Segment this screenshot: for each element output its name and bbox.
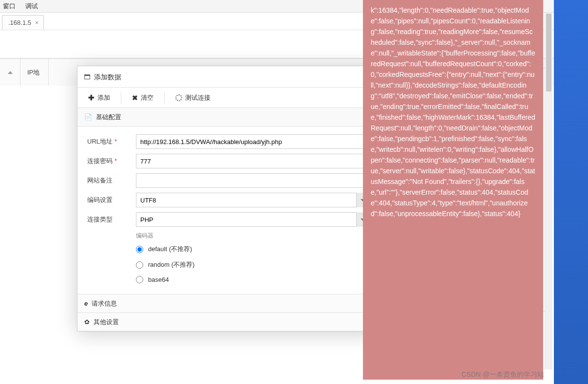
window-icon [84, 74, 90, 79]
encoder-default-radio[interactable] [136, 246, 143, 253]
spinner-icon [175, 94, 182, 101]
password-label: 连接密码* [87, 157, 136, 165]
vertical-scrollbar[interactable] [545, 13, 552, 369]
column-ip[interactable]: IP地 [20, 59, 49, 86]
clear-button[interactable]: ✖ 清空 [127, 91, 158, 104]
other-settings-header[interactable]: ✿ 其他设置 [77, 312, 379, 331]
encoder-base64-label: base64 [148, 276, 169, 283]
clear-label: 清空 [141, 93, 153, 102]
add-button[interactable]: ✚ 添加 [83, 91, 115, 104]
test-connection-button[interactable]: 测试连接 [171, 91, 215, 104]
conn-type-select[interactable] [136, 212, 369, 227]
encoder-default-label: default (不推荐) [148, 245, 192, 254]
basic-config-form: URL地址* 连接密码* 网站备注 编码设置 连接类型 编码器 [77, 127, 379, 294]
sort-indicator[interactable] [0, 59, 20, 86]
url-input[interactable] [136, 134, 369, 149]
test-label: 测试连接 [185, 93, 210, 102]
encoding-select[interactable] [136, 193, 369, 207]
encoder-base64-radio[interactable] [136, 276, 143, 283]
browser-icon: e [84, 294, 88, 313]
basic-config-label: 基础配置 [96, 108, 121, 127]
gear-icon: ✿ [84, 313, 90, 331]
note-label: 网站备注 [87, 176, 136, 185]
encoder-random-row[interactable]: random (不推荐) [136, 260, 369, 269]
other-settings-label: 其他设置 [94, 313, 119, 331]
tab-label: .168.1.5 [8, 16, 31, 30]
conn-type-label: 连接类型 [87, 215, 136, 224]
desktop-edge [554, 0, 588, 384]
menu-debug[interactable]: 调试 [25, 2, 38, 10]
file-icon: 📄 [84, 108, 92, 127]
dialog-title: 添加数据 [94, 66, 121, 88]
password-input[interactable] [136, 154, 369, 168]
encoder-default-row[interactable]: default (不推荐) [136, 245, 369, 254]
menu-window[interactable]: 窗口 [3, 2, 16, 10]
x-icon: ✖ [132, 94, 138, 102]
error-notification[interactable]: k":16384,"length":0,"needReadable":true,… [363, 0, 543, 380]
request-info-label: 请求信息 [92, 294, 117, 313]
encoder-random-label: random (不推荐) [148, 260, 194, 269]
encoder-group-label: 编码器 [136, 232, 369, 240]
url-label: URL地址* [87, 137, 136, 146]
add-label: 添加 [97, 93, 110, 102]
basic-config-header[interactable]: 📄 基础配置 [77, 108, 379, 127]
encoder-base64-row[interactable]: base64 [136, 276, 369, 283]
note-input[interactable] [136, 173, 369, 188]
plus-icon: ✚ [88, 93, 95, 102]
add-data-dialog: 添加数据 ✚ 添加 ✖ 清空 测试连接 📄 基础配置 URL地址* 连接密码* [77, 66, 379, 331]
scroll-thumb[interactable] [546, 14, 551, 91]
tab-ip[interactable]: .168.1.5 × [2, 15, 44, 30]
request-info-header[interactable]: e 请求信息 [77, 294, 379, 312]
encoding-label: 编码设置 [87, 196, 136, 204]
encoder-random-radio[interactable] [136, 261, 143, 269]
close-icon[interactable]: × [35, 16, 38, 30]
dialog-title-bar[interactable]: 添加数据 [77, 66, 379, 88]
dialog-toolbar: ✚ 添加 ✖ 清空 测试连接 [77, 88, 379, 108]
